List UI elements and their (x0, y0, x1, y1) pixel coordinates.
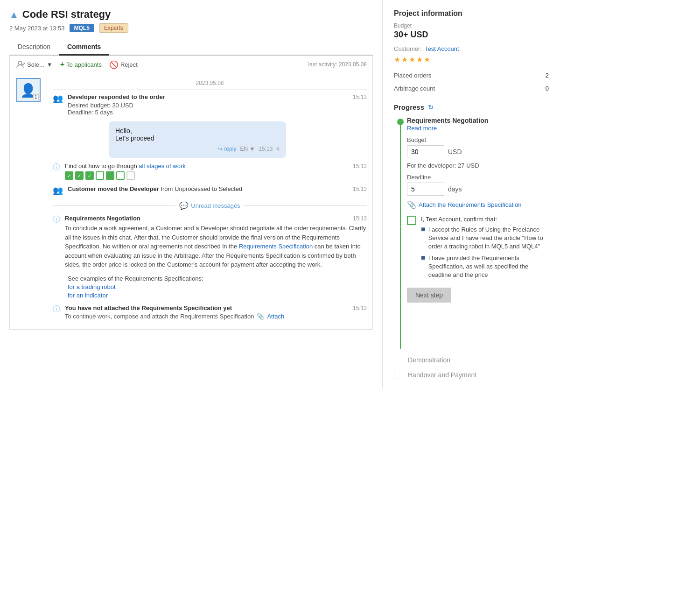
bubble-time: 15:13 (259, 146, 273, 152)
moved-header: Customer moved the Developer from Unproc… (68, 185, 367, 192)
up-arrow-icon: ▲ (9, 9, 19, 20)
tag-experts[interactable]: Experts (99, 23, 128, 33)
people-move-icon: 👥 (53, 185, 63, 196)
attach-req-text[interactable]: Attach the Requirements Specification (419, 201, 521, 208)
progress-section: Progress ↻ Requirements Negotiation Read… (394, 103, 549, 379)
arbitrage-label: Arbitrage count (394, 85, 435, 92)
desired-budget: Desired budget: 30 USD (68, 102, 367, 109)
req-content: Requirements Negotiation 15:13 To conclu… (65, 215, 367, 269)
attach-req-row: 📎 Attach the Requirements Specification (407, 200, 549, 209)
deadline-input-row: days (407, 183, 549, 196)
stages-time: 15:13 (353, 163, 367, 169)
toolbar: Sele... ▼ + To applicants 🚫 Reject last … (10, 56, 372, 73)
placed-orders-label: Placed orders (394, 72, 431, 79)
select-label: Sele... (27, 61, 44, 68)
msg-title: Developer responded to the order (68, 93, 165, 100)
svg-point-0 (18, 61, 22, 65)
stages-link[interactable]: all stages of work (139, 162, 185, 169)
confirm-checkbox[interactable] (407, 216, 416, 225)
stages-text: Find out how to go through all stages of… (65, 162, 186, 169)
unread-label: 💬 Unread messages (179, 201, 240, 210)
example-trading-link[interactable]: for a trading robot (68, 283, 367, 290)
deadline-field-label: Deadline (407, 174, 549, 181)
language-select[interactable]: EN ▼ (240, 146, 255, 152)
bullet-icon-2: ■ (421, 254, 426, 262)
avatar[interactable]: 👤 1 (16, 78, 41, 102)
attach-link[interactable]: Attach (267, 313, 284, 320)
see-examples-label: See examples of the Requirements Specifi… (68, 275, 367, 282)
select-dropdown[interactable]: Sele... ▼ (15, 60, 53, 69)
stages-row: ✓ ✓ ✓ (65, 171, 367, 180)
stage-5 (106, 171, 114, 180)
date-label: 2 May 2023 at 13:53 (9, 25, 65, 32)
req-header: Requirements Negotiation 15:13 (65, 215, 367, 222)
messages-column: 2023.05.08 👥 Developer responded to the … (47, 73, 372, 329)
person-select-icon (15, 60, 25, 69)
tab-description[interactable]: Description (9, 39, 59, 56)
right-panel: Project information Budget 30+ USD Custo… (383, 0, 560, 388)
msg-time: 15:13 (353, 94, 367, 100)
stage-2: ✓ (75, 171, 84, 180)
tabs: Description Comments (9, 39, 373, 56)
unread-line-right (244, 205, 367, 206)
chat-icon: 💬 (179, 201, 189, 210)
bubble-footer: ↪ reply EN ▼ 15:13 # (115, 146, 280, 152)
message-header: Developer responded to the order 15:13 (68, 93, 367, 100)
deadline-input[interactable] (407, 183, 444, 196)
stage-1: ✓ (65, 171, 73, 180)
stages-message-row: ⓘ Find out how to go through all stages … (53, 162, 367, 180)
not-attached-body: To continue work, compose and attach the… (65, 313, 367, 320)
customer-row: Customer: Test Account (394, 45, 549, 52)
reply-button[interactable]: ↪ reply (218, 146, 236, 152)
reject-button[interactable]: 🚫 Reject (109, 60, 138, 69)
reject-icon: 🚫 (109, 60, 119, 69)
budget-field-label: Budget (407, 136, 549, 143)
examples-section: See examples of the Requirements Specifi… (68, 275, 367, 299)
tab-comments[interactable]: Comments (59, 39, 109, 56)
moved-time: 15:13 (353, 186, 367, 192)
budget-input[interactable] (407, 145, 444, 158)
moved-title-rest: from Unprocessed to Selected (161, 185, 242, 192)
next-step-button[interactable]: Next step (407, 288, 451, 303)
timeline-content: Requirements Negotiation Read more Budge… (407, 117, 549, 349)
moved-title-bold: Customer moved the Developer (68, 185, 159, 192)
for-developer-text: For the developer: 27 USD (407, 162, 549, 169)
not-attached-time: 15:13 (353, 305, 367, 311)
info-icon: ⓘ (53, 162, 60, 172)
deadline-unit: days (448, 185, 462, 193)
date-separator: 2023.05.08 (53, 77, 367, 90)
attach-icon: 📎 (407, 200, 416, 209)
tag-mql5[interactable]: MQL5 (70, 24, 94, 32)
customer-label: Customer: (394, 45, 422, 52)
to-applicants-button[interactable]: + To applicants (60, 60, 102, 69)
message-content: Developer responded to the order 15:13 D… (68, 93, 367, 116)
customer-stars: ★★★★★ (394, 55, 549, 64)
refresh-icon[interactable]: ↻ (428, 104, 434, 111)
read-more-link[interactable]: Read more (407, 125, 549, 132)
budget-value: 30+ USD (394, 30, 549, 40)
placed-orders-value: 2 (546, 72, 549, 79)
req-spec-link[interactable]: Requirements Specification (239, 243, 313, 250)
moved-text: Customer moved the Developer from Unproc… (68, 185, 242, 192)
unread-line-left (53, 205, 175, 206)
not-attached-header: You have not attached the Requirements S… (65, 304, 367, 311)
select-chevron: ▼ (47, 61, 53, 68)
page-title: ▲ Code RSI strategy (9, 8, 373, 21)
demo-step: Demonstration (394, 356, 549, 364)
bubble-hash[interactable]: # (276, 146, 280, 152)
chat-bubble: Hello, Let's proceed ↪ reply EN ▼ 15:13 … (109, 121, 286, 158)
avatar-column: 👤 1 (10, 73, 47, 329)
req-info-icon: ⓘ (53, 215, 60, 225)
bullet-icon-1: ■ (421, 225, 426, 233)
date-tags: 2 May 2023 at 13:53 MQL5 Experts (9, 23, 373, 33)
placed-orders-row: Placed orders 2 (394, 69, 549, 82)
toolbar-left: Sele... ▼ + To applicants 🚫 Reject (15, 60, 138, 69)
timeline-line (400, 125, 401, 349)
handover-label: Handover and Payment (408, 371, 476, 379)
confirm-section: I, Test Account, confirm that: ■ I accep… (407, 216, 549, 282)
deadline: Deadline: 5 days (68, 109, 367, 116)
example-indicator-link[interactable]: for an indicator (68, 292, 367, 299)
customer-name[interactable]: Test Account (425, 45, 459, 52)
stages-content: Find out how to go through all stages of… (65, 162, 367, 180)
not-attached-row: ⓘ You have not attached the Requirements… (53, 304, 367, 320)
